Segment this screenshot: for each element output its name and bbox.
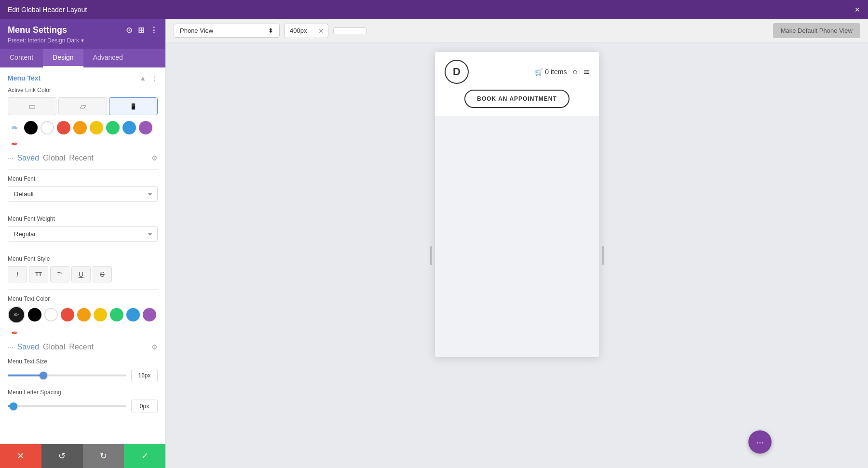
menu-text-size-slider[interactable] bbox=[8, 371, 126, 380]
collapse-icon[interactable]: ▲ bbox=[139, 74, 146, 82]
color-swatch-black[interactable] bbox=[24, 121, 38, 134]
color-tab-recent[interactable]: Recent bbox=[69, 154, 94, 162]
preview-content-placeholder bbox=[435, 116, 599, 357]
cart-icon: 🛒 bbox=[535, 68, 543, 76]
cart-info: 🛒 0 items bbox=[535, 68, 567, 76]
menu-letter-spacing-value[interactable]: 0px bbox=[131, 400, 158, 413]
fab-icon: ··· bbox=[756, 437, 764, 448]
menu-font-weight-select[interactable]: Regular bbox=[8, 226, 158, 242]
color-swatch-white[interactable] bbox=[41, 121, 54, 134]
text-color-swatch-white[interactable] bbox=[44, 308, 58, 321]
menu-font-style-label: Menu Font Style bbox=[8, 255, 158, 262]
color-swatch-orange[interactable] bbox=[73, 121, 87, 134]
desktop-device-btn[interactable]: ▭ bbox=[8, 97, 56, 115]
close-icon[interactable]: ✕ bbox=[854, 6, 860, 13]
text-color-tab-global[interactable]: Global bbox=[43, 343, 65, 351]
text-color-tab-recent[interactable]: Recent bbox=[69, 343, 94, 351]
text-color-swatch-purple[interactable] bbox=[143, 308, 156, 321]
px-input-container: ✕ bbox=[285, 24, 328, 38]
fab-more-button[interactable]: ··· bbox=[748, 430, 772, 454]
text-color-edit-icon[interactable]: ✒ bbox=[8, 326, 21, 340]
italic-btn[interactable]: I bbox=[8, 266, 27, 282]
tab-design[interactable]: Design bbox=[43, 49, 83, 67]
preset-arrow[interactable]: ▾ bbox=[81, 37, 84, 44]
make-default-phone-view-button[interactable]: Make Default Phone View bbox=[773, 23, 860, 38]
settings-icon[interactable]: ⊙ bbox=[126, 26, 132, 35]
phone-preview-frame: D 🛒 0 items ○ ≡ bbox=[435, 52, 599, 357]
undo-button[interactable]: ↺ bbox=[41, 444, 83, 468]
more-icon[interactable]: ⋮ bbox=[150, 26, 158, 35]
color-swatch-blue[interactable] bbox=[122, 121, 136, 134]
letter-spacing-slider-thumb[interactable] bbox=[10, 402, 17, 410]
redo-button[interactable]: ↻ bbox=[83, 444, 124, 468]
text-color-gear-icon[interactable]: ⚙ bbox=[151, 343, 158, 351]
color-picker-dropper-icon[interactable]: ✏ bbox=[8, 121, 21, 134]
slider-thumb[interactable] bbox=[40, 372, 47, 379]
color-dots-icon[interactable]: ··· bbox=[8, 154, 14, 162]
px-input[interactable] bbox=[285, 24, 314, 37]
slider-track bbox=[8, 374, 126, 376]
preview-area: D 🛒 0 items ○ ≡ bbox=[166, 42, 868, 468]
strikethrough-btn[interactable]: S bbox=[93, 266, 112, 282]
color-swatch-red[interactable] bbox=[57, 121, 70, 134]
menu-font-select[interactable]: Default bbox=[8, 186, 158, 202]
px-extra-field[interactable] bbox=[333, 27, 367, 34]
resize-handle-left[interactable] bbox=[430, 246, 432, 265]
book-appointment-button[interactable]: BOOK AN APPOINTMENT bbox=[464, 90, 569, 108]
preview-topbar: Phone View ⬍ ✕ Make Default Phone View bbox=[166, 19, 868, 42]
menu-text-size-slider-row: 16px bbox=[8, 369, 158, 382]
text-color-dots-icon[interactable]: ··· bbox=[8, 343, 14, 351]
text-color-swatch-black[interactable] bbox=[28, 308, 41, 321]
cancel-button[interactable]: ✕ bbox=[0, 444, 41, 468]
text-color-swatch-blue[interactable] bbox=[126, 308, 140, 321]
view-selector[interactable]: Phone View ⬍ bbox=[174, 24, 280, 38]
color-edit-pen-icon[interactable]: ✒ bbox=[8, 137, 21, 151]
section-more-icon[interactable]: ⋮ bbox=[151, 74, 158, 82]
search-icon[interactable]: ○ bbox=[572, 67, 578, 77]
tab-advanced[interactable]: Advanced bbox=[83, 49, 133, 67]
panel-content: Menu Text ▲ ⋮ Active Link Color ▭ bbox=[0, 67, 165, 444]
color-swatch-green[interactable] bbox=[106, 121, 120, 134]
save-button[interactable]: ✓ bbox=[124, 444, 165, 468]
divider-2 bbox=[8, 289, 158, 290]
layout-icon[interactable]: ⊞ bbox=[138, 26, 144, 35]
panel-title-text: Menu Settings bbox=[8, 25, 67, 35]
color-tab-saved[interactable]: Saved bbox=[17, 154, 39, 162]
bottom-toolbar: ✕ ↺ ↻ ✓ bbox=[0, 444, 165, 468]
text-color-swatch-yellow[interactable] bbox=[94, 308, 107, 321]
panel-title-icons: ⊙ ⊞ ⋮ bbox=[126, 26, 158, 35]
color-tab-global[interactable]: Global bbox=[43, 154, 65, 162]
menu-text-size-value[interactable]: 16px bbox=[131, 369, 158, 382]
font-style-buttons: I TT Tr U S bbox=[8, 266, 158, 282]
title-bar-text: Edit Global Header Layout bbox=[8, 6, 87, 13]
cart-label: items bbox=[551, 68, 567, 76]
menu-text-size-block: Menu Text Size 16px bbox=[8, 358, 158, 382]
uppercase-btn[interactable]: TT bbox=[29, 266, 48, 282]
panel-title-row: Menu Settings ⊙ ⊞ ⋮ bbox=[8, 25, 158, 35]
color-picker-selected-btn[interactable]: ✏ bbox=[8, 306, 25, 323]
resize-handle-right[interactable] bbox=[602, 246, 604, 265]
capitalize-btn[interactable]: Tr bbox=[50, 266, 69, 282]
color-settings-gear-icon[interactable]: ⚙ bbox=[151, 154, 158, 162]
color-swatch-yellow[interactable] bbox=[90, 121, 103, 134]
menu-text-color-label: Menu Text Color bbox=[8, 295, 158, 302]
device-icons-row: ▭ ▱ 📱 bbox=[8, 97, 158, 115]
px-clear-icon[interactable]: ✕ bbox=[314, 24, 328, 38]
text-color-swatch-orange[interactable] bbox=[77, 308, 91, 321]
tablet-icon: ▱ bbox=[80, 102, 86, 111]
menu-font-weight-label: Menu Font Weight bbox=[8, 215, 158, 222]
mobile-device-btn[interactable]: 📱 bbox=[109, 97, 158, 115]
hamburger-icon[interactable]: ≡ bbox=[583, 67, 589, 77]
settings-area: Active Link Color ▭ ▱ 📱 bbox=[0, 87, 165, 413]
section-title: Menu Text bbox=[8, 74, 41, 82]
left-panel: Menu Settings ⊙ ⊞ ⋮ Preset: Interior Des… bbox=[0, 19, 166, 468]
color-swatch-purple[interactable] bbox=[139, 121, 152, 134]
text-color-swatch-red[interactable] bbox=[61, 308, 74, 321]
menu-letter-spacing-slider[interactable] bbox=[8, 401, 126, 411]
tab-content[interactable]: Content bbox=[0, 49, 43, 67]
underline-btn[interactable]: U bbox=[71, 266, 91, 282]
panel-preset: Preset: Interior Design Dark ▾ bbox=[8, 37, 158, 44]
tablet-device-btn[interactable]: ▱ bbox=[58, 97, 107, 115]
text-color-tab-saved[interactable]: Saved bbox=[17, 343, 39, 351]
text-color-swatch-green[interactable] bbox=[110, 308, 123, 321]
